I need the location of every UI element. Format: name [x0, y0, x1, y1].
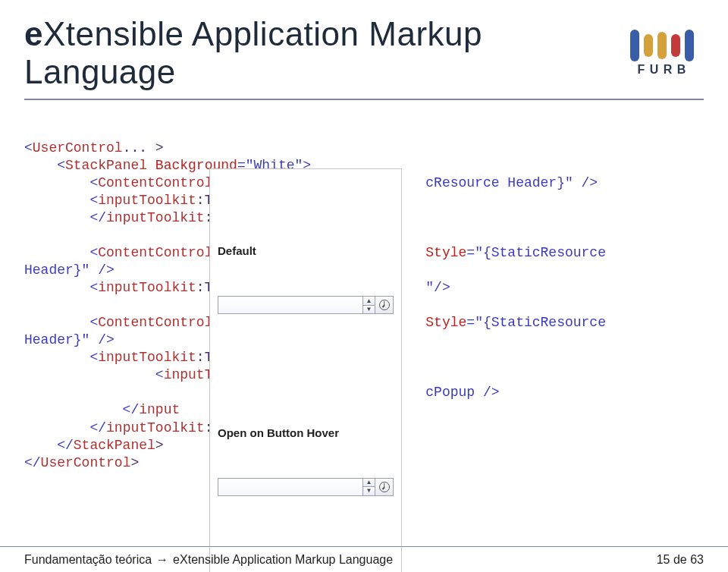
step-up-icon[interactable]: ▲ — [363, 479, 375, 487]
code: cResource Header}" /> — [425, 175, 598, 190]
time-input[interactable] — [218, 479, 362, 495]
code: inputToolkit — [98, 350, 196, 365]
breadcrumb-sep-icon: → — [156, 553, 168, 567]
code-block: <UserControl... > <StackPanel Background… — [24, 140, 704, 542]
code: < — [24, 193, 98, 208]
clock-icon — [379, 300, 390, 310]
code: Style — [410, 315, 467, 330]
step-up-icon[interactable]: ▲ — [363, 297, 375, 305]
code: </ — [24, 402, 139, 417]
furb-logo: F U R B — [620, 30, 704, 77]
code: ContentControl — [98, 315, 212, 330]
code: inputToolkit — [106, 420, 205, 435]
clock-icon — [379, 482, 390, 492]
code: StackPanel — [74, 438, 155, 453]
code: < — [24, 245, 98, 260]
code: > — [155, 438, 164, 453]
code: </ — [24, 455, 41, 470]
footer: Fundamentação teórica → eXtensible Appli… — [0, 546, 728, 572]
code: ="{StaticResource — [466, 245, 606, 260]
slide: eXtensible Application Markup Language F… — [0, 0, 728, 572]
code: inputToolkit — [106, 210, 205, 225]
code: inputToolkit — [98, 280, 196, 295]
logo-pillars-icon — [630, 30, 694, 61]
stepper[interactable]: ▲ ▼ — [362, 297, 375, 313]
code: < — [24, 158, 65, 173]
header-row: eXtensible Application Markup Language F… — [24, 15, 704, 91]
title-rest: Xtensible Application Markup Language — [24, 15, 482, 90]
code: cPopup /> — [425, 385, 499, 400]
code: < — [24, 280, 98, 295]
clock-button[interactable] — [375, 479, 393, 495]
code: > — [130, 455, 139, 470]
code: inputToolkit — [98, 193, 196, 208]
code: < — [24, 315, 98, 330]
breadcrumb-2: eXtensible Application Markup Language — [173, 553, 393, 567]
code: UserControl — [41, 455, 131, 470]
code: UserControl — [33, 140, 123, 156]
stepper[interactable]: ▲ ▼ — [362, 479, 375, 495]
demo-section-hover: Open on Button Hover ▲ ▼ — [218, 391, 394, 531]
code: ... > — [123, 140, 164, 156]
code: < — [24, 140, 33, 156]
code: ContentControl — [98, 245, 212, 260]
code: </ — [24, 210, 106, 225]
code: < — [24, 350, 98, 365]
code: "/> — [425, 280, 450, 295]
code: ContentControl — [98, 175, 212, 190]
logo-text: F U R B — [638, 63, 687, 77]
code: inputT — [164, 367, 213, 382]
code: ="{StaticResource — [466, 315, 606, 330]
title-bold-e: e — [24, 15, 43, 52]
code: StackPanel — [65, 158, 147, 173]
code: Style — [418, 245, 467, 260]
section-label: Open on Button Hover — [218, 426, 394, 440]
step-down-icon[interactable]: ▼ — [363, 305, 375, 314]
title-divider — [24, 99, 704, 100]
section-label: Default — [218, 244, 394, 258]
page-title: eXtensible Application Markup Language — [24, 15, 608, 91]
code: < — [24, 175, 98, 190]
time-input[interactable] — [218, 297, 362, 313]
code: Header}" /> — [24, 332, 115, 347]
clock-button[interactable] — [375, 297, 393, 313]
demo-section-default: Default ▲ ▼ — [218, 209, 394, 349]
page-number: 15 de 63 — [657, 553, 704, 567]
breadcrumb-1: Fundamentação teórica — [24, 553, 152, 567]
code: </ — [24, 420, 106, 435]
step-down-icon[interactable]: ▼ — [363, 486, 375, 495]
code: < — [24, 367, 164, 382]
timepicker-demo-overlay: Default ▲ ▼ Open on Button Hover ▲ ▼ — [209, 168, 402, 572]
timepicker-field[interactable]: ▲ ▼ — [218, 296, 394, 314]
code: </ — [24, 438, 74, 453]
timepicker-field[interactable]: ▲ ▼ — [218, 478, 394, 496]
code: Header}" /> — [24, 262, 115, 278]
code: input — [139, 402, 180, 417]
